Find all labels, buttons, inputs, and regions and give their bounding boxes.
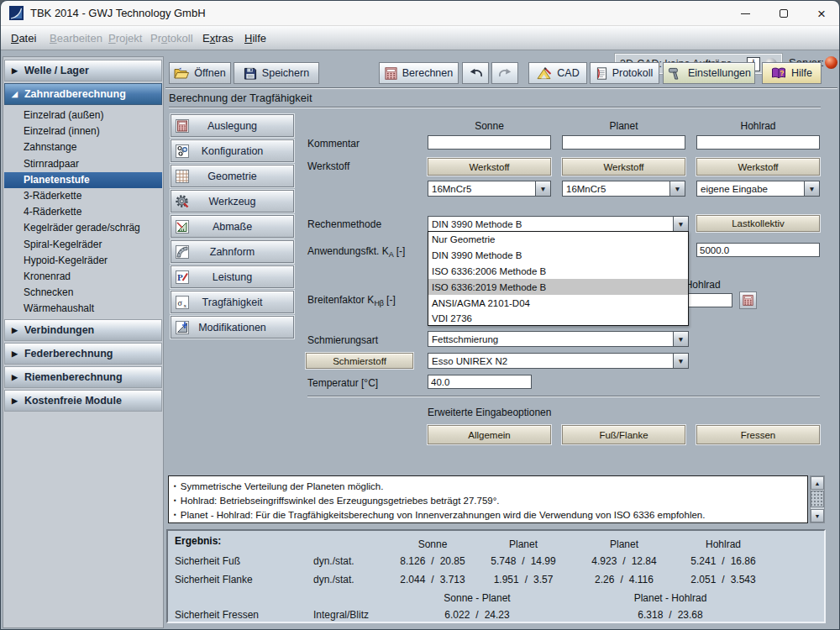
sidebar-item-zahnstange[interactable]: Zahnstange xyxy=(4,139,162,155)
sidebar-item-einzelrad-aussen[interactable]: Einzelrad (außen) xyxy=(4,108,162,123)
server-indicator-icon xyxy=(825,56,837,69)
minimize-button[interactable] xyxy=(729,1,761,26)
auslegung-button[interactable]: Auslegung xyxy=(171,114,294,137)
schmierstoff-button[interactable]: Schmierstoff xyxy=(306,353,413,369)
result-row-fressen: Sicherheit Fressen Integral/Blitz 6.022/… xyxy=(168,609,824,621)
allgemein-button[interactable]: Allgemein xyxy=(428,425,551,444)
sidebar-item-spiral-kegelraeder[interactable]: Spiral-Kegelräder xyxy=(4,237,162,253)
sidebar-group-kostenfreie-module[interactable]: ▶ Kostenfreie Module xyxy=(4,390,162,412)
sidebar-item-kronenrad[interactable]: Kronenrad xyxy=(4,269,162,285)
dropdown-option-ansi-agma[interactable]: ANSI/AGMA 2101-D04 xyxy=(428,295,688,311)
menu-protokoll[interactable]: Protokoll xyxy=(142,26,202,50)
chevron-down-icon[interactable]: ▼ xyxy=(673,332,688,346)
werkstoff-planet-button[interactable]: Werkstoff xyxy=(562,158,685,176)
tragfaehigkeit-button[interactable]: σx Tragfähigkeit xyxy=(171,291,294,313)
sidebar-item-stirnradpaar[interactable]: Stirnradpaar xyxy=(4,156,162,172)
kommentar-planet-input[interactable] xyxy=(562,135,685,150)
werkstoff-planet-select[interactable]: 16MnCr5 ▼ xyxy=(562,181,685,197)
sidebar-group-federberechnung[interactable]: ▶ Federberechnung xyxy=(4,343,162,365)
menu-extras[interactable]: Extras xyxy=(194,26,242,50)
ruler-pencil-icon xyxy=(536,67,552,80)
werkstoff-hohlrad-button[interactable]: Werkstoff xyxy=(696,158,820,176)
sidebar-group-verbindungen[interactable]: ▶ Verbindungen xyxy=(4,319,162,341)
menu-datei[interactable]: Datei xyxy=(3,26,45,50)
configuration-icon xyxy=(176,144,189,158)
sidebar-item-schnecken[interactable]: Schnecken xyxy=(4,285,162,301)
chevron-down-icon[interactable]: ▼ xyxy=(804,181,819,196)
minimize-icon xyxy=(741,13,750,14)
calculator-icon xyxy=(743,295,753,306)
dropdown-option-din-3990[interactable]: DIN 3990 Methode B xyxy=(428,248,688,264)
werkzeug-button[interactable]: Werkzeug xyxy=(171,190,294,213)
schmierstoff-select[interactable]: Esso UNIREX N2 ▼ xyxy=(428,353,689,369)
leistung-button[interactable]: P Leistung xyxy=(171,265,294,288)
maximize-icon xyxy=(780,9,788,18)
werkstoff-sonne-button[interactable]: Werkstoff xyxy=(428,158,551,176)
sidebar-item-kegelraeder[interactable]: Kegelräder gerade/schräg xyxy=(4,220,162,236)
rechenmethode-select[interactable]: DIN 3990 Methode B ▼ xyxy=(428,216,689,232)
abmasse-button[interactable]: Abmaße xyxy=(171,215,294,238)
help-button[interactable]: ? Hilfe xyxy=(762,62,822,84)
sidebar-item-planetenstufe[interactable]: Planetenstufe xyxy=(4,172,162,188)
sidebar-item-3-raederkette[interactable]: 3-Räderkette xyxy=(4,188,162,204)
chevron-down-icon[interactable]: ▼ xyxy=(673,354,688,368)
modifications-icon xyxy=(176,321,189,334)
scroll-down-button[interactable]: ▼ xyxy=(811,509,824,522)
load-capacity-sigma-icon: σx xyxy=(176,296,189,309)
save-button[interactable]: Speichern xyxy=(234,62,319,84)
dropdown-option-iso-6336-2019[interactable]: ISO 6336:2019 Methode B xyxy=(428,279,688,295)
werkstoff-sonne-select[interactable]: 16MnCr5 ▼ xyxy=(428,181,551,197)
geometrie-button[interactable]: Geometrie xyxy=(171,165,294,187)
temperatur-input[interactable] xyxy=(428,375,532,389)
chevron-down-icon[interactable]: ▼ xyxy=(673,217,688,231)
menu-hilfe[interactable]: Hilfe xyxy=(236,26,275,50)
fuss-flanke-button[interactable]: Fuß/Flanke xyxy=(562,425,685,444)
zahnform-button[interactable]: Zahnform xyxy=(171,240,294,263)
sidebar-item-einzelrad-innen[interactable]: Einzelrad (innen) xyxy=(4,123,162,139)
sidebar-item-4-raederkette[interactable]: 4-Räderkette xyxy=(4,204,162,220)
open-button[interactable]: Öffnen xyxy=(169,62,231,84)
modifikationen-button[interactable]: Modifikationen xyxy=(171,316,294,339)
menu-bar: Datei Bearbeiten Projekt Protokoll Extra… xyxy=(1,26,839,50)
lastwechsel-input[interactable] xyxy=(696,243,820,257)
sidebar-group-zahnradberechnung[interactable]: ◢ Zahnradberechnung xyxy=(4,83,162,105)
werkstoff-label: Werkstoff xyxy=(307,160,349,172)
kommentar-sonne-input[interactable] xyxy=(428,135,551,150)
sidebar-item-hypoid-kegelraeder[interactable]: Hypoid-Kegelräder xyxy=(4,253,162,269)
results-pair-sonne-planet: Sonne - Planet xyxy=(418,592,536,604)
breitenfaktor-calc-button[interactable] xyxy=(739,291,757,309)
chevron-down-icon[interactable]: ▼ xyxy=(535,181,550,196)
results-col-planet-2: Planet xyxy=(574,538,675,550)
column-header-sonne: Sonne xyxy=(428,120,551,132)
page-title: Berechnung der Tragfähigkeit xyxy=(169,92,312,104)
message-line: ▪Planet - Hohlrad: Für die Tragfähigkeit… xyxy=(174,507,802,522)
lastkollektiv-button[interactable]: Lastkollektiv xyxy=(696,215,820,232)
konfiguration-button[interactable]: Konfiguration xyxy=(171,139,294,162)
maximize-button[interactable] xyxy=(768,1,800,26)
scroll-thumb[interactable] xyxy=(811,491,824,507)
fressen-button[interactable]: Fressen xyxy=(696,425,820,444)
results-panel: Ergebnis: Sonne Planet Planet Hohlrad Si… xyxy=(166,529,826,623)
redo-button[interactable] xyxy=(491,62,518,84)
settings-button[interactable]: Einstellungen xyxy=(663,62,755,84)
close-button[interactable]: × xyxy=(806,1,837,26)
floppy-disk-icon xyxy=(244,67,257,80)
chevron-down-icon[interactable]: ▼ xyxy=(669,181,685,196)
separator-line xyxy=(169,107,821,108)
kommentar-hohlrad-input[interactable] xyxy=(696,135,820,150)
undo-button[interactable] xyxy=(462,62,489,84)
dropdown-option-iso-6336-2006[interactable]: ISO 6336:2006 Methode B xyxy=(428,264,688,280)
sidebar-group-welle-lager[interactable]: ▶ Welle / Lager xyxy=(4,60,162,81)
werkstoff-hohlrad-select[interactable]: eigene Eingabe ▼ xyxy=(696,181,820,197)
sidebar-item-waermehaushalt[interactable]: Wärmehaushalt xyxy=(4,301,162,317)
calculate-button[interactable]: Berechnen xyxy=(379,62,459,84)
cad-button[interactable]: CAD xyxy=(528,62,587,84)
schmierungsart-select[interactable]: Fettschmierung ▼ xyxy=(428,331,689,347)
dropdown-option-nur-geometrie[interactable]: Nur Geometrie xyxy=(428,232,688,248)
message-scrollbar[interactable]: ▲ ▼ xyxy=(810,475,825,523)
protocol-button[interactable]: Protokoll xyxy=(590,62,659,84)
undo-arrow-icon xyxy=(468,68,484,78)
dropdown-option-vdi-2736[interactable]: VDI 2736 xyxy=(428,311,688,327)
sidebar-group-riemenberechnung[interactable]: ▶ Riemenberechnung xyxy=(4,366,162,388)
scroll-up-button[interactable]: ▲ xyxy=(811,476,824,490)
